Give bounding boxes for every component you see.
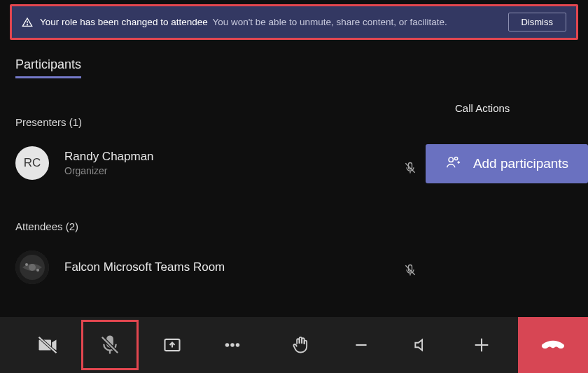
share-screen-button[interactable] [146,317,199,373]
notification-title: Your role has been changed to attendee [40,17,208,27]
presenter-role: Organizer [64,165,154,176]
svg-point-25 [230,343,234,347]
svg-point-5 [449,157,453,162]
attendees-section-header: Attendees (2) [15,220,573,232]
hangup-button[interactable] [518,317,588,373]
mic-muted-icon [403,263,417,280]
notification-banner: Your role has been changed to attendee Y… [10,4,578,40]
svg-point-24 [225,343,230,347]
svg-point-12 [25,263,28,266]
add-participants-label: Add participants [473,156,568,171]
add-participants-button[interactable]: Add participants [426,144,588,183]
svg-point-26 [236,343,240,347]
add-participants-icon [445,155,461,174]
attendee-name: Falcon Microsoft Teams Room [64,260,225,274]
notification-text: Your role has been changed to attendee Y… [40,16,501,29]
mic-button-highlight [81,320,139,370]
notification-message: You won't be able to unmute, share conte… [212,17,447,27]
dismiss-button[interactable]: Dismiss [508,13,567,31]
svg-point-13 [36,269,39,272]
warning-icon [22,17,33,28]
raise-hand-button[interactable] [274,317,328,373]
mic-off-button[interactable] [99,335,120,356]
avatar [15,251,49,284]
presenters-section-header: Presenters (1) [15,116,573,128]
add-button[interactable] [455,317,508,373]
svg-point-11 [29,264,36,271]
presenter-name: Randy Chapman [64,150,154,164]
svg-point-1 [27,24,27,24]
volume-button[interactable] [395,317,448,373]
more-options-button[interactable] [206,317,259,373]
minimize-button[interactable] [335,317,388,373]
svg-point-6 [454,157,457,160]
attendee-row: Falcon Microsoft Teams Room [15,251,573,284]
participants-tab[interactable]: Participants [15,57,81,78]
avatar: RC [15,146,49,180]
control-bar [0,317,588,373]
call-actions-header: Call Actions [455,102,510,114]
camera-off-button[interactable] [21,317,74,373]
mic-muted-icon [403,161,417,178]
avatar-initials: RC [24,156,41,170]
